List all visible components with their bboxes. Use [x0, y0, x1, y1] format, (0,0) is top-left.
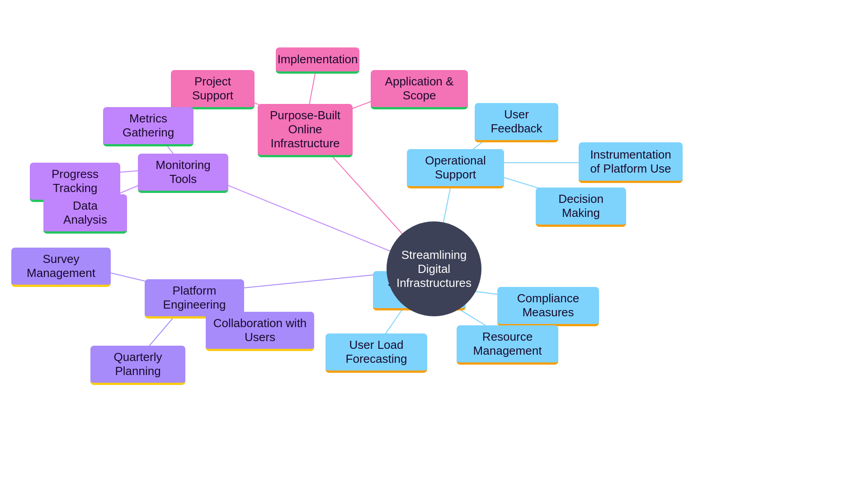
node-resource-management: Resource Management: [457, 325, 558, 365]
node-collab-users: Collaboration with Users: [206, 312, 314, 351]
node-quarterly-planning: Quarterly Planning: [90, 346, 185, 385]
node-operational-support: Operational Support: [407, 149, 504, 188]
node-survey-management: Survey Management: [11, 248, 111, 287]
center-node: Streamlining Digital Infrastructures: [387, 221, 481, 316]
node-user-load-forecasting: User Load Forecasting: [326, 333, 427, 373]
node-purpose-built: Purpose-Built Online Infrastructure: [258, 104, 353, 157]
node-data-analysis: Data Analysis: [43, 194, 127, 234]
node-user-feedback: User Feedback: [475, 103, 558, 142]
node-instrumentation: Instrumentation of Platform Use: [579, 142, 683, 183]
node-implementation: Implementation: [276, 47, 359, 74]
node-decision-making: Decision Making: [536, 188, 626, 227]
node-application-scope: Application & Scope: [371, 70, 468, 109]
node-metrics-gathering: Metrics Gathering: [103, 107, 193, 146]
node-compliance-measures: Compliance Measures: [497, 287, 599, 326]
node-project-support: Project Support: [171, 70, 255, 109]
node-monitoring-tools: Monitoring Tools: [138, 154, 228, 193]
